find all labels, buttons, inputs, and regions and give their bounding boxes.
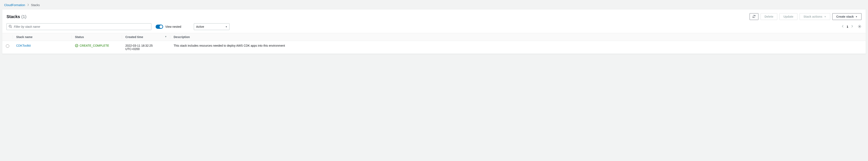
page-prev-icon: [842, 25, 844, 29]
create-stack-button[interactable]: Create stack ▼: [832, 13, 862, 20]
breadcrumb-current: Stacks: [31, 3, 40, 7]
description-cell: This stack includes resources needed to …: [170, 41, 866, 54]
view-nested-label: View nested: [165, 25, 181, 28]
create-stack-label: Create stack: [836, 15, 854, 18]
column-created-time[interactable]: Created time ▼: [122, 33, 170, 41]
search-wrap: [6, 23, 151, 30]
pagination: 1: [842, 25, 862, 29]
refresh-icon: [752, 15, 756, 19]
page-next-icon: [851, 25, 853, 29]
panel-header: Stacks (1) Delete Update Stack actions ▼…: [2, 9, 866, 22]
sort-desc-icon: ▼: [165, 35, 167, 38]
check-circle-icon: [75, 44, 78, 47]
filter-row: View nested Active ▼ 1: [2, 22, 866, 33]
status-text: CREATE_COMPLETE: [80, 44, 109, 47]
status-badge: CREATE_COMPLETE: [75, 44, 109, 47]
column-stack-name[interactable]: Stack name: [13, 33, 71, 41]
table-row: CDKToolkit CREATE_COMPLETE 2022-03-11 18…: [2, 41, 866, 54]
column-select: [2, 33, 13, 41]
created-time-cell: 2022-03-11 18:32:25 UTC+0200: [122, 41, 170, 54]
svg-line-1: [11, 27, 12, 28]
stack-name-link[interactable]: CDKToolkit: [16, 44, 31, 47]
status-filter-select[interactable]: Active: [194, 23, 229, 30]
settings-button[interactable]: [858, 25, 862, 29]
column-description[interactable]: Description: [170, 33, 866, 41]
caret-down-icon: ▼: [824, 16, 826, 18]
svg-point-0: [9, 25, 11, 27]
svg-point-2: [859, 26, 860, 27]
stack-actions-button: Stack actions ▼: [800, 13, 830, 20]
search-icon: [9, 25, 12, 29]
breadcrumb-separator-icon: [27, 3, 29, 7]
column-created-label: Created time: [125, 35, 143, 39]
header-actions: Delete Update Stack actions ▼ Create sta…: [750, 13, 862, 20]
refresh-button[interactable]: [750, 13, 758, 20]
stack-actions-label: Stack actions: [804, 15, 823, 18]
stacks-table: Stack name Status Created time ▼ Descrip…: [2, 33, 866, 54]
page-number: 1: [846, 25, 848, 28]
delete-button: Delete: [761, 13, 777, 20]
view-nested-toggle[interactable]: [156, 25, 163, 29]
status-filter-wrap: Active ▼: [194, 23, 229, 30]
view-nested-toggle-wrap: View nested: [156, 25, 181, 29]
breadcrumb-root-link[interactable]: CloudFormation: [4, 3, 25, 7]
update-button: Update: [779, 13, 797, 20]
row-select-radio[interactable]: [6, 44, 9, 48]
caret-down-icon: ▼: [856, 16, 858, 18]
filter-input[interactable]: [6, 23, 151, 30]
breadcrumb: CloudFormation Stacks: [0, 0, 868, 9]
page-title: Stacks: [6, 14, 20, 19]
column-status[interactable]: Status: [71, 33, 122, 41]
stacks-panel: Stacks (1) Delete Update Stack actions ▼…: [2, 9, 866, 54]
page-title-count: (1): [22, 14, 27, 19]
